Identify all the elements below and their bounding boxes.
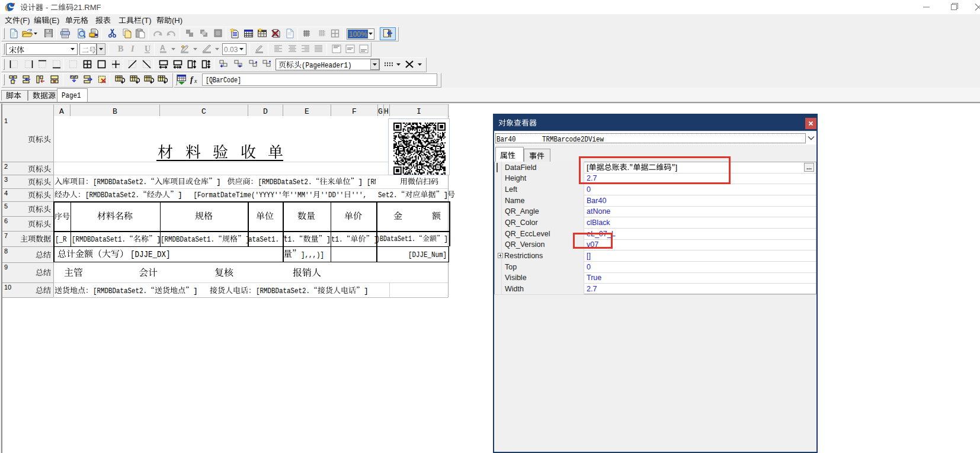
svg-text:100%: 100% (349, 30, 367, 38)
svg-text:]: ] (193, 287, 198, 295)
svg-text:[_R: [_R (55, 235, 67, 244)
svg-text:True: True (587, 274, 601, 282)
svg-text:8: 8 (4, 248, 8, 255)
svg-text:6: 6 (4, 217, 8, 224)
svg-text:7: 7 (4, 232, 8, 239)
svg-text:0: 0 (587, 185, 591, 194)
svg-text:G: G (378, 107, 383, 116)
svg-text:[RMDBDataSet2.: [RMDBDataSet2. (258, 178, 312, 187)
svg-text:4: 4 (4, 189, 8, 197)
svg-text:B: B (113, 107, 117, 116)
svg-text:[RMDBDataSet2.: [RMDBDataSet2. (256, 287, 310, 295)
svg-text:(T): (T) (142, 16, 152, 25)
svg-text:f: f (190, 75, 194, 84)
svg-text:Top: Top (505, 263, 517, 271)
svg-text:]: ] (178, 191, 182, 200)
svg-text:H: H (384, 107, 389, 116)
svg-text:5: 5 (4, 203, 8, 210)
svg-text:[RMD: [RMD (367, 178, 376, 187)
svg-text:Visible: Visible (505, 274, 527, 282)
svg-text:[DJJE_Num]: [DJJE_Num] (408, 250, 447, 259)
svg-text:TRMBarcode2DView: TRMBarcode2DView (542, 135, 604, 144)
svg-text:]: ] (444, 235, 448, 243)
svg-text:B: B (118, 44, 123, 53)
svg-text:U: U (145, 44, 150, 53)
svg-text:10: 10 (4, 284, 11, 291)
svg-text:[RMDBDataSet1.: [RMDBDataSet1. (161, 235, 214, 244)
svg-text:[FormatDateTime('YYYY'': [FormatDateTime('YYYY'' (194, 191, 283, 200)
svg-text:3: 3 (4, 176, 8, 183)
svg-text:...: ... (806, 163, 812, 171)
svg-text:QR_EccLevel: QR_EccLevel (505, 230, 550, 238)
svg-text:t1.: t1. (284, 235, 296, 244)
svg-text:2: 2 (4, 163, 8, 170)
svg-text:I: I (130, 44, 134, 53)
svg-text:[RMDBDataSet1.: [RMDBDataSet1. (72, 235, 126, 244)
svg-text:E: E (305, 107, 309, 116)
svg-text:DataField: DataField (505, 163, 537, 172)
svg-text:A: A (59, 107, 64, 116)
svg-text:[RMDBDataSet2.: [RMDBDataSet2. (93, 287, 147, 295)
svg-text:Height: Height (505, 174, 527, 182)
svg-text:(E): (E) (49, 16, 59, 25)
svg-text:[DJJE_DX]: [DJJE_DX] (130, 250, 171, 260)
svg-text:QR_Version: QR_Version (505, 240, 545, 249)
svg-text:0: 0 (587, 263, 591, 271)
svg-text:F: F (352, 107, 357, 116)
svg-text:t1.: t1. (331, 235, 343, 244)
svg-text:ataSet1.: ataSet1. (248, 235, 279, 244)
svg-text:QR_Color: QR_Color (505, 219, 538, 227)
svg-text:2.7: 2.7 (587, 285, 597, 293)
svg-text:Page1: Page1 (62, 91, 81, 100)
svg-text:Width: Width (505, 285, 524, 293)
svg-text:(PageHeader1): (PageHeader1) (302, 61, 352, 70)
svg-text:Restrictions: Restrictions (504, 252, 543, 260)
svg-text:0.03: 0.03 (224, 46, 238, 54)
svg-text:],,,)]: ],,,)] (301, 250, 324, 259)
svg-text:]: ] (364, 287, 369, 295)
svg-text:(F): (F) (20, 16, 30, 25)
svg-text:9: 9 (4, 264, 8, 271)
svg-text:QR_Angle: QR_Angle (505, 207, 539, 216)
svg-text:[RMDBDataSet2.: [RMDBDataSet2. (93, 178, 147, 187)
svg-text:Set2.: Set2. (378, 191, 398, 200)
svg-text:[RMDBDataSet2.: [RMDBDataSet2. (85, 191, 139, 200)
svg-text:''',: ''', (351, 191, 367, 200)
svg-text:1: 1 (4, 117, 8, 124)
svg-text:A: A (160, 44, 165, 52)
svg-text:atNone: atNone (587, 207, 610, 216)
svg-text:Left: Left (505, 185, 517, 194)
svg-text:''MM'': ''MM'' (290, 191, 313, 200)
svg-text:[]: [] (587, 252, 591, 260)
svg-text:]: ] (444, 191, 449, 200)
svg-text:clBlack: clBlack (587, 219, 610, 227)
svg-text:[QBarCode]: [QBarCode] (206, 76, 241, 85)
svg-text:21.RMF: 21.RMF (73, 3, 101, 12)
svg-text:x: x (194, 78, 197, 84)
svg-text:]: ] (326, 235, 331, 244)
svg-text:Bar40: Bar40 (587, 197, 606, 205)
svg-text:Bar40: Bar40 (497, 135, 516, 144)
svg-text:]: ] (358, 178, 363, 187)
svg-text:''DD'': ''DD'' (321, 191, 344, 200)
svg-text:Name: Name (505, 197, 524, 205)
svg-text:(H): (H) (172, 16, 182, 25)
svg-text:I: I (417, 107, 421, 116)
svg-text:D: D (263, 107, 268, 116)
svg-text:C: C (201, 107, 206, 116)
svg-text:]: ] (216, 178, 221, 187)
svg-text:-: - (46, 3, 48, 12)
svg-text:)BDataSet1.: )BDataSet1. (376, 235, 415, 243)
